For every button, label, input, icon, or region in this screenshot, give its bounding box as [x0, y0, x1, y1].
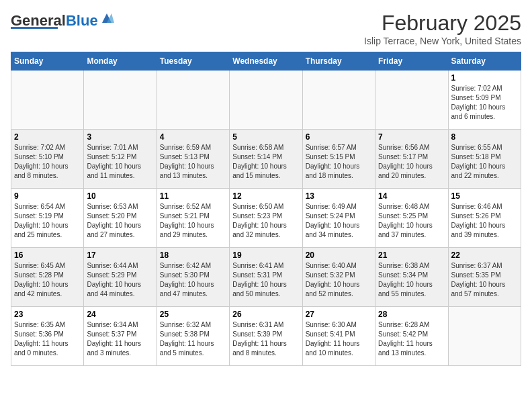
- calendar-cell: 7Sunrise: 6:56 AM Sunset: 5:17 PM Daylig…: [375, 130, 448, 189]
- calendar-cell: 14Sunrise: 6:48 AM Sunset: 5:25 PM Dayli…: [375, 189, 448, 248]
- calendar-cell: 23Sunrise: 6:35 AM Sunset: 5:36 PM Dayli…: [11, 307, 84, 366]
- calendar-cell: 12Sunrise: 6:50 AM Sunset: 5:23 PM Dayli…: [230, 189, 302, 248]
- calendar-cell: 28Sunrise: 6:28 AM Sunset: 5:42 PM Dayli…: [375, 307, 448, 366]
- calendar-cell: 9Sunrise: 6:54 AM Sunset: 5:19 PM Daylig…: [11, 189, 84, 248]
- day-info: Sunrise: 6:42 AM Sunset: 5:30 PM Dayligh…: [160, 261, 226, 299]
- day-info: Sunrise: 7:02 AM Sunset: 5:10 PM Dayligh…: [14, 143, 81, 181]
- calendar-week-row: 9Sunrise: 6:54 AM Sunset: 5:19 PM Daylig…: [11, 189, 521, 248]
- calendar-week-row: 2Sunrise: 7:02 AM Sunset: 5:10 PM Daylig…: [11, 130, 521, 189]
- logo-icon: [99, 11, 114, 26]
- day-info: Sunrise: 7:02 AM Sunset: 5:09 PM Dayligh…: [451, 84, 518, 122]
- day-number: 4: [160, 132, 226, 142]
- day-number: 25: [160, 310, 226, 319]
- day-info: Sunrise: 6:30 AM Sunset: 5:41 PM Dayligh…: [306, 320, 372, 358]
- day-info: Sunrise: 7:01 AM Sunset: 5:12 PM Dayligh…: [87, 143, 153, 181]
- day-info: Sunrise: 6:56 AM Sunset: 5:17 PM Dayligh…: [378, 143, 445, 181]
- calendar-cell: [448, 307, 521, 366]
- weekday-header-tuesday: Tuesday: [157, 52, 229, 71]
- day-info: Sunrise: 6:34 AM Sunset: 5:37 PM Dayligh…: [87, 320, 153, 358]
- calendar-cell: [230, 71, 302, 130]
- calendar-cell: 11Sunrise: 6:52 AM Sunset: 5:21 PM Dayli…: [157, 189, 229, 248]
- calendar-cell: 15Sunrise: 6:46 AM Sunset: 5:26 PM Dayli…: [448, 189, 521, 248]
- day-info: Sunrise: 6:59 AM Sunset: 5:13 PM Dayligh…: [160, 143, 226, 181]
- day-number: 2: [14, 132, 81, 142]
- day-info: Sunrise: 6:50 AM Sunset: 5:23 PM Dayligh…: [232, 202, 299, 240]
- day-info: Sunrise: 6:40 AM Sunset: 5:32 PM Dayligh…: [306, 261, 372, 299]
- day-info: Sunrise: 6:54 AM Sunset: 5:19 PM Dayligh…: [14, 202, 81, 240]
- day-number: 16: [14, 250, 81, 260]
- calendar-cell: 26Sunrise: 6:31 AM Sunset: 5:39 PM Dayli…: [230, 307, 302, 366]
- weekday-header-row: SundayMondayTuesdayWednesdayThursdayFrid…: [11, 52, 521, 71]
- day-info: Sunrise: 6:41 AM Sunset: 5:31 PM Dayligh…: [232, 261, 299, 299]
- weekday-header-wednesday: Wednesday: [230, 52, 302, 71]
- day-info: Sunrise: 6:35 AM Sunset: 5:36 PM Dayligh…: [14, 320, 81, 358]
- day-number: 21: [378, 250, 445, 260]
- calendar-table: SundayMondayTuesdayWednesdayThursdayFrid…: [11, 52, 521, 366]
- weekday-header-monday: Monday: [84, 52, 157, 71]
- day-info: Sunrise: 6:57 AM Sunset: 5:15 PM Dayligh…: [306, 143, 372, 181]
- weekday-header-thursday: Thursday: [302, 52, 375, 71]
- day-info: Sunrise: 6:49 AM Sunset: 5:24 PM Dayligh…: [306, 202, 372, 240]
- calendar-week-row: 1Sunrise: 7:02 AM Sunset: 5:09 PM Daylig…: [11, 71, 521, 130]
- day-info: Sunrise: 6:45 AM Sunset: 5:28 PM Dayligh…: [14, 261, 81, 299]
- calendar-cell: 10Sunrise: 6:53 AM Sunset: 5:20 PM Dayli…: [84, 189, 157, 248]
- calendar-cell: 20Sunrise: 6:40 AM Sunset: 5:32 PM Dayli…: [302, 248, 375, 307]
- calendar-week-row: 23Sunrise: 6:35 AM Sunset: 5:36 PM Dayli…: [11, 307, 521, 366]
- calendar-cell: 25Sunrise: 6:32 AM Sunset: 5:38 PM Dayli…: [157, 307, 229, 366]
- day-info: Sunrise: 6:28 AM Sunset: 5:42 PM Dayligh…: [378, 320, 445, 358]
- calendar-cell: [84, 71, 157, 130]
- logo: GeneralBlue: [11, 11, 114, 29]
- calendar-cell: 1Sunrise: 7:02 AM Sunset: 5:09 PM Daylig…: [448, 71, 521, 130]
- day-info: Sunrise: 6:44 AM Sunset: 5:29 PM Dayligh…: [87, 261, 153, 299]
- location-subtitle: Islip Terrace, New York, United States: [364, 36, 521, 46]
- calendar-cell: 5Sunrise: 6:58 AM Sunset: 5:14 PM Daylig…: [230, 130, 302, 189]
- day-info: Sunrise: 6:52 AM Sunset: 5:21 PM Dayligh…: [160, 202, 226, 240]
- calendar-cell: [11, 71, 84, 130]
- day-number: 6: [306, 132, 372, 142]
- day-number: 24: [87, 310, 153, 319]
- day-number: 20: [306, 250, 372, 260]
- day-number: 1: [451, 73, 518, 83]
- day-number: 11: [160, 191, 226, 201]
- day-info: Sunrise: 6:32 AM Sunset: 5:38 PM Dayligh…: [160, 320, 226, 358]
- calendar-cell: 17Sunrise: 6:44 AM Sunset: 5:29 PM Dayli…: [84, 248, 157, 307]
- calendar-cell: [375, 71, 448, 130]
- logo-blue-text: Blue: [66, 12, 98, 29]
- title-area: February 2025 Islip Terrace, New York, U…: [364, 11, 521, 46]
- day-number: 3: [87, 132, 153, 142]
- day-number: 13: [306, 191, 372, 201]
- calendar-cell: 3Sunrise: 7:01 AM Sunset: 5:12 PM Daylig…: [84, 130, 157, 189]
- calendar-cell: 18Sunrise: 6:42 AM Sunset: 5:30 PM Dayli…: [157, 248, 229, 307]
- calendar-cell: [302, 71, 375, 130]
- day-number: 22: [451, 250, 518, 260]
- day-number: 10: [87, 191, 153, 201]
- calendar-cell: 19Sunrise: 6:41 AM Sunset: 5:31 PM Dayli…: [230, 248, 302, 307]
- day-info: Sunrise: 6:38 AM Sunset: 5:34 PM Dayligh…: [378, 261, 445, 299]
- calendar-cell: 16Sunrise: 6:45 AM Sunset: 5:28 PM Dayli…: [11, 248, 84, 307]
- day-number: 8: [451, 132, 518, 142]
- calendar-cell: 4Sunrise: 6:59 AM Sunset: 5:13 PM Daylig…: [157, 130, 229, 189]
- day-number: 19: [232, 250, 299, 260]
- day-info: Sunrise: 6:58 AM Sunset: 5:14 PM Dayligh…: [232, 143, 299, 181]
- day-number: 5: [232, 132, 299, 142]
- weekday-header-friday: Friday: [375, 52, 448, 71]
- day-info: Sunrise: 6:48 AM Sunset: 5:25 PM Dayligh…: [378, 202, 445, 240]
- day-number: 12: [232, 191, 299, 201]
- calendar-cell: 8Sunrise: 6:55 AM Sunset: 5:18 PM Daylig…: [448, 130, 521, 189]
- weekday-header-sunday: Sunday: [11, 52, 84, 71]
- day-number: 7: [378, 132, 445, 142]
- day-info: Sunrise: 6:55 AM Sunset: 5:18 PM Dayligh…: [451, 143, 518, 181]
- calendar-week-row: 16Sunrise: 6:45 AM Sunset: 5:28 PM Dayli…: [11, 248, 521, 307]
- calendar-cell: 27Sunrise: 6:30 AM Sunset: 5:41 PM Dayli…: [302, 307, 375, 366]
- calendar-cell: [157, 71, 229, 130]
- month-title: February 2025: [364, 11, 521, 36]
- day-info: Sunrise: 6:31 AM Sunset: 5:39 PM Dayligh…: [232, 320, 299, 358]
- calendar-cell: 13Sunrise: 6:49 AM Sunset: 5:24 PM Dayli…: [302, 189, 375, 248]
- calendar-cell: 6Sunrise: 6:57 AM Sunset: 5:15 PM Daylig…: [302, 130, 375, 189]
- day-number: 17: [87, 250, 153, 260]
- day-number: 18: [160, 250, 226, 260]
- day-number: 9: [14, 191, 81, 201]
- day-number: 14: [378, 191, 445, 201]
- page-header: GeneralBlue February 2025 Islip Terrace,…: [11, 11, 521, 46]
- calendar-cell: 21Sunrise: 6:38 AM Sunset: 5:34 PM Dayli…: [375, 248, 448, 307]
